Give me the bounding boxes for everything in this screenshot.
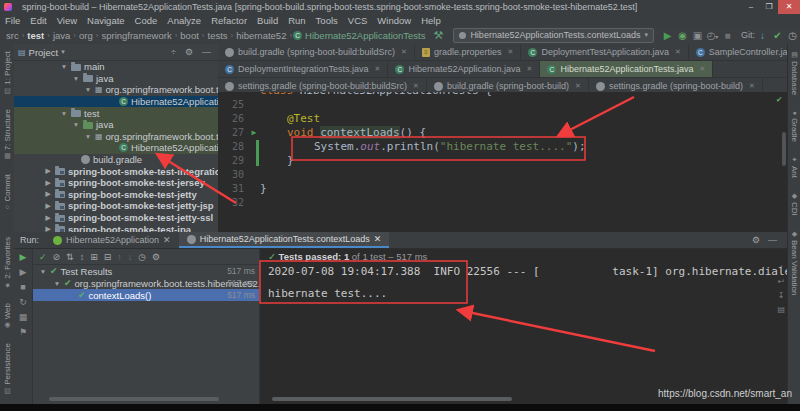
print-icon[interactable]: ▤ xyxy=(777,305,785,314)
test-history-icon[interactable]: ◷ xyxy=(138,252,146,262)
breadcrumb-class[interactable]: C Hibernate52ApplicationTests xyxy=(293,30,425,41)
rerun-icon[interactable]: ▶ xyxy=(20,252,27,262)
tool-button-ant[interactable]: ✦Ant xyxy=(790,156,799,178)
breadcrumb-item[interactable]: hibernate52 xyxy=(234,30,288,41)
git-commit-button[interactable]: ✔ xyxy=(770,30,785,41)
tree-item[interactable]: ▶spring-boot-smoke-test-jetty-jsp xyxy=(14,200,218,212)
close-button[interactable]: ✕ xyxy=(778,0,800,14)
chevron-expanded-icon[interactable]: ▼ xyxy=(53,280,61,287)
editor-tab[interactable]: CSampleController.java✕ xyxy=(689,44,787,60)
close-icon[interactable]: ✕ xyxy=(749,82,755,90)
breadcrumb-item[interactable]: java xyxy=(51,30,72,41)
test-tree-item[interactable]: ▼✔org.springframework.boot.tests.hiberna… xyxy=(33,277,259,289)
scroll-up-icon[interactable]: ↑ xyxy=(779,263,783,272)
tree-item[interactable]: CHibernate52Application xyxy=(14,96,218,108)
menu-code[interactable]: Code xyxy=(130,15,163,26)
tool-button-commit[interactable]: ○Commit xyxy=(3,174,12,211)
run-tab[interactable]: Hibernate52Application✕ xyxy=(45,232,179,248)
tool-button-1-project[interactable]: ▤1: Project xyxy=(3,51,12,95)
menu-refactor[interactable]: Refactor xyxy=(206,15,252,26)
soft-wrap-icon[interactable]: ↩ xyxy=(778,277,785,286)
close-icon[interactable]: ✕ xyxy=(375,65,381,73)
tool-button-database[interactable]: ▤Database xyxy=(790,51,799,95)
menu-file[interactable]: File xyxy=(0,15,25,26)
editor-tab[interactable]: CDeploymentIntegrationTests.java✕ xyxy=(218,61,388,77)
tree-item[interactable]: ▼▦org.springframework.boot.test xyxy=(14,84,218,96)
horizontal-scrollbar[interactable] xyxy=(49,397,219,401)
menu-analyze[interactable]: Analyze xyxy=(162,15,206,26)
close-icon[interactable]: ✕ xyxy=(700,65,706,73)
hide-panel-button[interactable]: — xyxy=(199,47,214,57)
editor-body[interactable]: class Hibernate52ApplicationTests {2526@… xyxy=(218,92,787,232)
chevron-expanded-icon[interactable]: ▼ xyxy=(39,268,47,275)
breadcrumb-item[interactable]: org xyxy=(77,30,95,41)
close-icon[interactable]: ✕ xyxy=(675,48,681,56)
tool-button-7-structure[interactable]: ▦7: Structure xyxy=(3,109,12,160)
tree-item[interactable]: ▶spring-boot-smoke-test-jpa xyxy=(14,223,218,232)
chevron-expanded-icon[interactable]: ▼ xyxy=(60,63,68,70)
close-icon[interactable]: ✕ xyxy=(575,82,581,90)
coverage-button[interactable]: ▣ xyxy=(690,30,705,41)
rerun-failed-icon[interactable]: ▶ xyxy=(20,267,27,277)
editor-tab[interactable]: CDeploymentTestApplication.java✕ xyxy=(521,44,688,60)
run-tab[interactable]: Hibernate52ApplicationTests.contextLoads… xyxy=(179,232,390,248)
editor-scrollbar[interactable] xyxy=(782,132,786,166)
close-icon[interactable]: ✕ xyxy=(163,235,171,245)
menu-run[interactable]: Run xyxy=(283,15,310,26)
tool-button-2-favorites[interactable]: ★2: Favorites xyxy=(3,237,12,289)
menu-view[interactable]: View xyxy=(52,15,82,26)
run-line-icon[interactable]: ▶ xyxy=(248,126,260,140)
run-button[interactable]: ▶ xyxy=(660,30,675,41)
tree-item[interactable]: CHibernate52ApplicationTest xyxy=(14,142,218,154)
editor-tab[interactable]: CHibernate52Application.java✕ xyxy=(388,61,540,77)
console[interactable]: ✓ Tests passed: 1 of 1 test – 517 ms 202… xyxy=(260,249,787,404)
gear-icon[interactable]: ⚙ xyxy=(182,47,196,57)
horizontal-scrollbar[interactable] xyxy=(272,397,512,401)
next-failed-icon[interactable]: ↓ xyxy=(128,252,133,262)
tree-item[interactable]: ▼java xyxy=(14,73,218,85)
expand-all-icon[interactable]: ⊞ xyxy=(90,252,98,262)
editor-tab[interactable]: ≡gradle.properties✕ xyxy=(415,44,521,60)
tool-button-cdi[interactable]: ◆CDI xyxy=(790,192,799,216)
tree-item[interactable]: ▶spring-boot-smoke-test-jetty xyxy=(14,189,218,201)
inspection-ok-icon[interactable]: ✔ xyxy=(777,94,782,104)
run-configuration-select[interactable]: Hibernate52ApplicationTests.contextLoads… xyxy=(453,28,654,43)
restore-layout-icon[interactable]: ▦ xyxy=(19,312,28,322)
chevron-collapsed-icon[interactable]: ▶ xyxy=(44,202,52,210)
close-icon[interactable]: ✕ xyxy=(527,65,533,73)
test-tree-item[interactable]: ✔contextLoads()517 ms xyxy=(33,289,259,301)
tree-item[interactable]: ▼main xyxy=(14,61,218,73)
chevron-collapsed-icon[interactable]: ▶ xyxy=(44,179,52,187)
locate-file-button[interactable]: ÷ xyxy=(168,47,179,57)
tool-button-persistence[interactable]: ▤Persistence xyxy=(3,343,12,395)
test-tree-item[interactable]: ▼✔Test Results517 ms xyxy=(33,265,259,277)
breadcrumb-item[interactable]: springframework xyxy=(99,30,173,41)
build-icon[interactable]: ↻ xyxy=(19,297,27,307)
git-update-button[interactable]: ↓ xyxy=(755,30,770,41)
maximize-button[interactable]: ❒ xyxy=(760,0,778,14)
chevron-expanded-icon[interactable]: ▼ xyxy=(60,110,68,117)
hide-panel-button[interactable]: — xyxy=(768,235,777,245)
close-icon[interactable]: ✕ xyxy=(401,48,407,56)
menu-navigate[interactable]: Navigate xyxy=(82,15,130,26)
tool-button-web[interactable]: ◉Web xyxy=(3,303,12,329)
tree-item[interactable]: build.gradle xyxy=(14,154,218,166)
chevron-expanded-icon[interactable]: ▼ xyxy=(84,133,92,140)
sort-by-duration-icon[interactable]: ↕ xyxy=(80,252,85,262)
menu-window[interactable]: Window xyxy=(372,15,416,26)
collapse-all-icon[interactable]: ⊟ xyxy=(104,252,112,262)
chevron-collapsed-icon[interactable]: ▶ xyxy=(44,190,52,198)
tree-item[interactable]: ▼test xyxy=(14,107,218,119)
menu-tools[interactable]: Tools xyxy=(311,15,343,26)
minimize-button[interactable]: – xyxy=(742,0,760,14)
previous-failed-icon[interactable]: ↑ xyxy=(117,252,122,262)
editor-tab[interactable]: CHibernate52ApplicationTests.java✕ xyxy=(540,61,713,77)
tool-button-gradle[interactable]: ●Gradle xyxy=(790,109,799,142)
tree-item[interactable]: ▶spring-boot-smoke-test-jetty-ssl xyxy=(14,212,218,224)
stop-icon[interactable]: ■ xyxy=(20,282,25,292)
menu-build[interactable]: Build xyxy=(252,15,283,26)
show-passed-icon[interactable]: ✓ xyxy=(39,252,47,262)
breadcrumb-item[interactable]: boot xyxy=(178,30,201,41)
profiler-button[interactable]: ◴▾ xyxy=(705,30,720,41)
chevron-collapsed-icon[interactable]: ▶ xyxy=(44,167,52,175)
